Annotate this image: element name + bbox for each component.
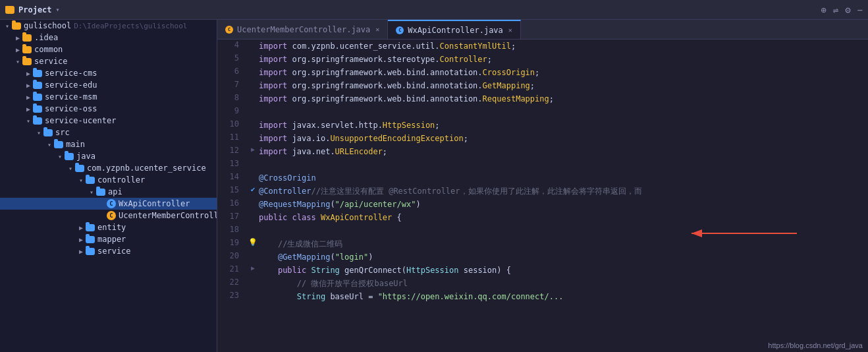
- tree-item-service-edu[interactable]: ▶ service-edu: [0, 79, 217, 91]
- expand-arrow-service-sub: ▶: [76, 248, 86, 255]
- expand-arrow-oss: ▶: [24, 105, 33, 113]
- line-num-18: 18: [217, 224, 247, 237]
- project-folder-icon: [5, 6, 14, 14]
- fold-icon-21[interactable]: ▶: [251, 264, 255, 272]
- tree-item-service-cms[interactable]: ▶ service-cms: [0, 67, 217, 79]
- line-gutter-12: ▶: [247, 145, 259, 158]
- code-editor[interactable]: 4 import com.yzpnb.ucenter_service.util.…: [217, 40, 868, 352]
- tree-label-common: common: [34, 45, 63, 54]
- folder-icon-entity: [86, 224, 95, 231]
- tree-item-mapper[interactable]: ▶ mapper: [0, 233, 217, 245]
- tab-close-ucenter[interactable]: ✕: [375, 26, 379, 33]
- expand-arrow-api: ▾: [87, 189, 96, 196]
- tab-label-wxapi: WxApiController.java: [408, 26, 503, 35]
- tab-file-icon-ucenter: C: [225, 26, 233, 34]
- fold-icon-12[interactable]: ▶: [251, 146, 255, 153]
- line-content-22: // 微信开放平台授权baseUrl: [259, 277, 868, 290]
- line-num-5: 5: [217, 53, 247, 66]
- expand-arrow: ▾: [3, 22, 12, 30]
- tree-item-main[interactable]: ▾ main: [0, 138, 217, 150]
- expand-arrow-msm: ▶: [24, 94, 33, 101]
- tree-label-msm: service-msm: [45, 92, 97, 102]
- line-gutter-4: [247, 40, 259, 53]
- tree-item-ucenter-ctrl[interactable]: ▶ C UcenterMemberController: [0, 210, 217, 221]
- tree-item-service-sub[interactable]: ▶ service: [0, 245, 217, 257]
- tree-item-wxapi[interactable]: ▶ C WxApiController: [0, 198, 217, 210]
- line-content-6: import org.springframework.web.bind.anno…: [259, 66, 868, 79]
- folder-icon-api: [96, 189, 105, 196]
- tree-item-java[interactable]: ▾ java: [0, 150, 217, 162]
- project-dropdown-icon[interactable]: ▾: [56, 6, 60, 13]
- tree-item-service[interactable]: ▾ service: [0, 55, 217, 67]
- tree-item-controller[interactable]: ▾ controller: [0, 174, 217, 186]
- tree-item-service-ucenter[interactable]: ▾ service-ucenter: [0, 115, 217, 127]
- line-content-10: import javax.servlet.http.HttpSession;: [259, 119, 868, 132]
- tree-item-common[interactable]: ▶ common: [0, 44, 217, 55]
- line-18: 18: [217, 224, 868, 237]
- tree-item-service-msm[interactable]: ▶ service-msm: [0, 91, 217, 103]
- tab-ucenter[interactable]: C UcenterMemberController.java ✕: [217, 20, 388, 39]
- tree-item-service-oss[interactable]: ▶ service-oss: [0, 103, 217, 115]
- tree-item-idea[interactable]: ▶ .idea: [0, 32, 217, 44]
- folder-icon-ucenter: [33, 117, 42, 125]
- tree-item-api[interactable]: ▾ api: [0, 186, 217, 198]
- line-num-9: 9: [217, 105, 247, 119]
- line-content-18: [259, 224, 868, 237]
- folder-icon-gulischool: [12, 22, 21, 30]
- line-num-23: 23: [217, 290, 247, 303]
- folder-icon-edu: [33, 82, 42, 89]
- folder-icon-service: [22, 58, 32, 65]
- title-bar: Project ▾ ⊕ ⇌ ⚙ −: [0, 0, 868, 20]
- line-gutter-21: ▶: [247, 264, 259, 277]
- line-num-14: 14: [217, 171, 247, 185]
- folder-icon-msm: [33, 94, 42, 101]
- expand-arrow-ucenter: ▾: [24, 117, 33, 125]
- line-num-8: 8: [217, 92, 247, 105]
- line-5: 5 import org.springframework.stereotype.…: [217, 53, 868, 66]
- line-gutter-22: [247, 277, 259, 290]
- line-num-15: 15: [217, 185, 247, 198]
- folder-icon-idea: [22, 34, 32, 42]
- line-gutter-19: 💡: [247, 237, 259, 250]
- line-num-19: 19: [217, 237, 247, 250]
- line-content-5: import org.springframework.stereotype.Co…: [259, 53, 868, 66]
- layout-icon[interactable]: ⇌: [833, 5, 838, 15]
- line-16: 16 @RequestMapping("/api/ucenter/wx"): [217, 198, 868, 211]
- tree-item-package[interactable]: ▾ com.yzpnb.ucenter_service: [0, 162, 217, 174]
- target-icon[interactable]: ⊕: [821, 5, 826, 15]
- expand-arrow-src: ▾: [34, 129, 43, 136]
- tree-item-entity[interactable]: ▶ entity: [0, 221, 217, 233]
- line-content-16: @RequestMapping("/api/ucenter/wx"): [259, 198, 868, 211]
- main-layout: ▾ gulischool D:\IdeaProjects\gulischool …: [0, 20, 868, 352]
- sidebar: ▾ gulischool D:\IdeaProjects\gulischool …: [0, 20, 217, 352]
- tree-label-idea: .idea: [34, 33, 58, 42]
- line-8: 8 import org.springframework.web.bind.an…: [217, 92, 868, 105]
- line-6: 6 import org.springframework.web.bind.an…: [217, 66, 868, 79]
- project-path: D:\IdeaProjects\gulischool: [74, 22, 187, 30]
- line-4: 4 import com.yzpnb.ucenter_service.util.…: [217, 40, 868, 53]
- tree-label-oss: service-oss: [45, 104, 97, 113]
- line-content-19: //生成微信二维码: [259, 237, 868, 250]
- title-bar-left: Project ▾: [5, 5, 60, 15]
- line-gutter-8: [247, 92, 259, 105]
- line-num-12: 12: [217, 145, 247, 158]
- tree-item-gulischool[interactable]: ▾ gulischool D:\IdeaProjects\gulischool: [0, 20, 217, 32]
- tree-label-ucenter: service-ucenter: [45, 116, 116, 125]
- line-15: 15 ✔ @Controller//注意这里没有配置 @RestControll…: [217, 185, 868, 198]
- expand-arrow-service: ▾: [13, 58, 22, 65]
- line-12: 12 ▶ import java.net.URLEncoder;: [217, 145, 868, 158]
- tab-wxapi[interactable]: C WxApiController.java ✕: [388, 20, 521, 39]
- line-gutter-15: ✔: [247, 185, 259, 198]
- settings-icon[interactable]: ⚙: [845, 5, 850, 15]
- line-content-14: @CrossOrigin: [259, 171, 868, 185]
- tree-item-src[interactable]: ▾ src: [0, 127, 217, 138]
- line-num-4: 4: [217, 40, 247, 53]
- minimize-icon[interactable]: −: [857, 5, 863, 15]
- tree-label-wxapi: WxApiController: [119, 199, 190, 208]
- line-20: 20 @GetMapping("login"): [217, 250, 868, 264]
- line-gutter-10: [247, 119, 259, 132]
- line-num-11: 11: [217, 132, 247, 145]
- tab-close-wxapi[interactable]: ✕: [508, 26, 512, 34]
- bulb-icon-19[interactable]: 💡: [248, 238, 258, 247]
- tree-spacer-wxapi: ▶: [97, 200, 107, 208]
